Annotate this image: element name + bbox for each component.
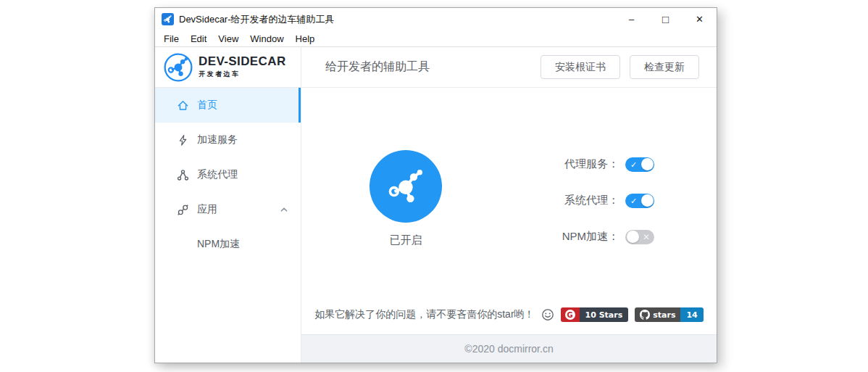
switch-row-proxy-service: 代理服务： ✓ <box>552 156 654 173</box>
power-status-circle[interactable] <box>370 150 442 223</box>
switch-label: 系统代理： <box>552 194 619 207</box>
x-icon: ✕ <box>643 233 650 241</box>
npm-acceleration-toggle[interactable]: ✕ <box>625 230 654 244</box>
star-message: 如果它解决了你的问题，请不要吝啬你的star哟！ <box>314 308 534 321</box>
molecule-icon <box>383 164 428 209</box>
app-window: DevSidecar-给开发者的边车辅助工具 – □ ✕ File Edit V… <box>154 7 717 363</box>
sidebar-item-label: 应用 <box>197 203 217 216</box>
menu-file[interactable]: File <box>158 33 185 44</box>
close-button[interactable]: ✕ <box>683 8 717 30</box>
sidebar-item-label: 系统代理 <box>197 168 238 181</box>
switch-label: NPM加速： <box>552 230 619 244</box>
gitee-icon: G <box>561 307 580 322</box>
toggle-knob <box>641 158 654 170</box>
sidebar-item-apps[interactable]: 应用 <box>155 192 301 227</box>
home-icon <box>177 99 189 112</box>
logo-subtitle: 开发者边车 <box>199 70 286 79</box>
check-update-button[interactable]: 检查更新 <box>630 55 699 79</box>
copyright-text: ©2020 docmirror.cn <box>464 343 553 355</box>
sidebar-item-system-proxy[interactable]: 系统代理 <box>155 157 301 192</box>
menu-edit[interactable]: Edit <box>185 33 212 44</box>
switch-row-npm-acceleration: NPM加速： ✕ <box>552 228 654 245</box>
github-stars-count: 14 <box>680 307 703 322</box>
menu-help[interactable]: Help <box>290 33 321 44</box>
logo-title: DEV-SIDECAR <box>199 55 286 68</box>
main-content: 已开启 代理服务： ✓ 系统代理： ✓ <box>301 88 717 334</box>
sidebar: DEV-SIDECAR 开发者边车 首页 加速服务 <box>155 47 301 363</box>
window-controls: – □ ✕ <box>614 8 717 30</box>
app-logo-icon <box>162 13 174 25</box>
maximize-button[interactable]: □ <box>648 8 683 30</box>
github-icon <box>640 310 650 320</box>
header-buttons: 安装根证书 检查更新 <box>541 55 699 79</box>
sidebar-item-npm-acceleration[interactable]: NPM加速 <box>155 227 301 262</box>
molecule-icon <box>163 15 172 24</box>
logo-text: DEV-SIDECAR 开发者边车 <box>199 55 286 79</box>
sidebar-logo: DEV-SIDECAR 开发者边车 <box>155 47 301 88</box>
star-row: 如果它解决了你的问题，请不要吝啬你的star哟！ G 10 <box>301 307 717 322</box>
status-block: 已开启 <box>370 150 442 247</box>
share-icon <box>177 169 189 181</box>
sidebar-item-label: 首页 <box>197 99 217 112</box>
gitee-stars-badge[interactable]: G 10 Stars <box>561 307 629 322</box>
github-stars-label: stars <box>653 310 675 320</box>
menu-bar: File Edit View Window Help <box>155 30 717 47</box>
switch-row-system-proxy: 系统代理： ✓ <box>552 192 654 209</box>
gitee-stars-count: 10 Stars <box>580 307 629 322</box>
title-bar[interactable]: DevSidecar-给开发者的边车辅助工具 – □ ✕ <box>155 8 717 30</box>
install-root-cert-button[interactable]: 安装根证书 <box>541 55 620 79</box>
status-label: 已开启 <box>370 233 442 247</box>
window-title: DevSidecar-给开发者的边车辅助工具 <box>179 13 335 26</box>
switch-label: 代理服务： <box>552 157 619 171</box>
plug-icon <box>177 204 189 216</box>
sidebar-nav: 首页 加速服务 系统代理 <box>155 88 301 363</box>
sidebar-item-label: NPM加速 <box>197 238 240 251</box>
main-header: 给开发者的辅助工具 安装根证书 检查更新 <box>301 47 717 88</box>
menu-window[interactable]: Window <box>244 33 289 44</box>
system-proxy-toggle[interactable]: ✓ <box>625 194 654 208</box>
switch-list: 代理服务： ✓ 系统代理： ✓ NPM加速： <box>552 156 654 265</box>
check-icon: ✓ <box>630 160 637 168</box>
smiley-icon <box>541 308 554 321</box>
menu-view[interactable]: View <box>212 33 244 44</box>
bolt-icon <box>177 134 189 146</box>
page-title: 给开发者的辅助工具 <box>325 59 430 75</box>
sidebar-item-home[interactable]: 首页 <box>155 88 301 123</box>
dev-sidecar-logo-icon <box>163 52 193 83</box>
app-body: DEV-SIDECAR 开发者边车 首页 加速服务 <box>155 47 717 363</box>
toggle-knob <box>627 231 639 243</box>
toggle-knob <box>641 194 654 207</box>
footer: ©2020 docmirror.cn <box>301 334 717 363</box>
sidebar-item-label: 加速服务 <box>197 133 238 146</box>
check-icon: ✓ <box>630 197 637 204</box>
chevron-up-icon[interactable] <box>280 207 288 212</box>
minimize-button[interactable]: – <box>614 8 648 30</box>
github-stars-badge[interactable]: stars 14 <box>635 307 704 322</box>
main-panel: 给开发者的辅助工具 安装根证书 检查更新 <box>301 47 717 363</box>
proxy-service-toggle[interactable]: ✓ <box>625 157 654 172</box>
sidebar-item-acceleration[interactable]: 加速服务 <box>155 123 301 157</box>
